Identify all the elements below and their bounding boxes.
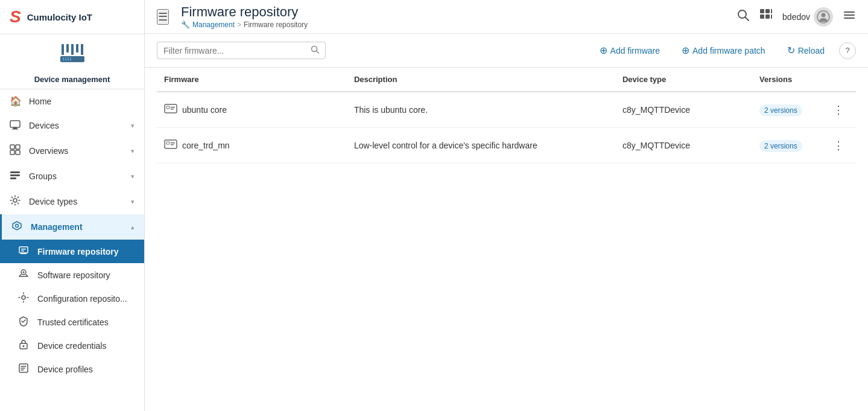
sidebar-item-label-firmware-repository: Firmware repository (37, 247, 119, 256)
svg-rect-37 (765, 14, 770, 19)
firmware-row-icon-0 (164, 102, 177, 118)
topbar-title-section: Firmware repository 🔧 Management > Firmw… (181, 4, 729, 28)
add-firmware-patch-button[interactable]: ⊕ Add firmware patch (674, 41, 773, 60)
sidebar-item-label-trusted-certificates: Trusted certificates (37, 317, 109, 327)
hamburger-button[interactable]: ☰ (157, 9, 169, 25)
add-firmware-patch-label: Add firmware patch (692, 46, 765, 56)
firmware-row-icon-1 (164, 138, 177, 154)
sidebar-item-configuration-repository[interactable]: Configuration reposito... (0, 287, 144, 310)
sidebar-item-groups[interactable]: Groups ▾ (0, 164, 144, 189)
sidebar-item-label-home: Home (29, 97, 135, 106)
help-button[interactable]: ? (839, 42, 856, 59)
search-icon[interactable] (737, 8, 750, 25)
topbar-actions: bdedov (737, 7, 856, 27)
add-firmware-label: Add firmware (610, 46, 660, 56)
svg-rect-10 (10, 121, 20, 127)
device-types-icon (10, 195, 23, 208)
svg-rect-23 (21, 249, 26, 250)
sidebar-item-devices[interactable]: Devices ▾ (0, 113, 144, 138)
firmware-name-1: core_trd_mn (182, 141, 230, 150)
svg-point-21 (16, 225, 19, 228)
avatar (814, 7, 833, 27)
svg-rect-36 (760, 14, 764, 19)
svg-rect-2 (71, 44, 74, 55)
svg-rect-25 (21, 253, 27, 254)
svg-rect-4 (81, 44, 83, 55)
svg-rect-9 (70, 57, 71, 61)
breadcrumb-icon: 🔧 (181, 21, 190, 29)
svg-rect-47 (171, 107, 175, 108)
add-firmware-button[interactable]: ⊕ Add firmware (592, 41, 667, 60)
reload-button[interactable]: ↻ Reload (780, 41, 832, 60)
sidebar-item-trusted-certificates[interactable]: Trusted certificates (0, 310, 144, 334)
firmware-table-wrap: Firmware Description Device type Version… (145, 68, 868, 164)
username-label: bdedov (782, 12, 810, 22)
sidebar-item-label-device-types: Device types (29, 197, 131, 206)
svg-rect-3 (76, 44, 78, 53)
menu-icon[interactable] (843, 8, 856, 25)
col-header-action (821, 68, 856, 92)
firmware-action-cell-0: ⋮ (821, 92, 856, 128)
sidebar-item-label-overviews: Overviews (29, 146, 131, 156)
main-content: ☰ Firmware repository 🔧 Management > Fir… (145, 0, 868, 411)
reload-icon: ↻ (787, 45, 795, 56)
add-firmware-icon: ⊕ (600, 45, 607, 56)
devices-chevron: ▾ (131, 122, 135, 130)
sidebar-item-software-repository[interactable]: Software repository (0, 263, 144, 287)
sidebar-item-device-types[interactable]: Device types ▾ (0, 189, 144, 214)
add-firmware-patch-icon: ⊕ (682, 45, 689, 56)
sidebar-item-label-management: Management (31, 222, 131, 232)
svg-rect-18 (10, 174, 20, 176)
apps-grid-icon[interactable] (759, 8, 773, 25)
sidebar-item-label-device-profiles: Device profiles (37, 365, 93, 374)
svg-rect-13 (10, 145, 14, 149)
svg-rect-41 (844, 11, 855, 13)
home-icon: 🏠 (10, 95, 23, 107)
table-body: ubuntu core This is ubuntu core. c8y_MQT… (157, 92, 856, 164)
svg-rect-42 (844, 14, 855, 16)
svg-rect-11 (13, 127, 17, 129)
sidebar-item-home[interactable]: 🏠 Home (0, 89, 144, 113)
table-header: Firmware Description Device type Version… (157, 68, 856, 92)
device-management-label: Device management (34, 75, 110, 84)
trusted-certificates-icon (18, 316, 31, 328)
brand-header: S Cumulocity IoT (0, 0, 144, 34)
breadcrumb: 🔧 Management > Firmware repository (181, 21, 729, 29)
sidebar-item-label-software-repository: Software repository (37, 270, 110, 280)
breadcrumb-separator: > (237, 21, 241, 29)
col-header-device-type: Device type (615, 68, 752, 92)
sidebar-item-device-credentials[interactable]: Device credentials (0, 334, 144, 357)
sidebar-item-label-device-credentials: Device credentials (37, 341, 106, 351)
firmware-desc-1: Low-level control for a device's specifi… (347, 128, 615, 164)
svg-rect-19 (10, 177, 16, 179)
sidebar-item-device-profiles[interactable]: Device profiles (0, 357, 144, 381)
breadcrumb-management[interactable]: Management (192, 21, 235, 29)
firmware-action-cell-1: ⋮ (821, 128, 856, 164)
device-types-chevron: ▾ (131, 198, 135, 206)
reload-label: Reload (798, 46, 825, 56)
svg-rect-1 (66, 44, 69, 53)
svg-rect-38 (771, 14, 772, 19)
svg-rect-17 (10, 171, 20, 173)
device-profiles-icon (18, 363, 31, 375)
svg-rect-24 (21, 250, 24, 252)
table-row: core_trd_mn Low-level control for a devi… (157, 128, 856, 164)
sidebar-item-management[interactable]: Management ▴ (0, 214, 144, 240)
svg-rect-48 (171, 109, 174, 110)
filter-input[interactable] (163, 46, 307, 56)
svg-rect-33 (760, 9, 764, 13)
svg-rect-16 (16, 150, 20, 155)
help-label: ? (845, 46, 849, 55)
firmware-versions-0: 2 versions (752, 92, 821, 128)
user-menu[interactable]: bdedov (782, 7, 833, 27)
firmware-table: Firmware Description Device type Version… (157, 68, 856, 164)
firmware-versions-1: 2 versions (752, 128, 821, 164)
sidebar-item-firmware-repository[interactable]: Firmware repository (0, 240, 144, 263)
sidebar-item-overviews[interactable]: Overviews ▾ (0, 138, 144, 164)
device-credentials-icon (18, 339, 31, 352)
versions-badge-1: 2 versions (759, 140, 802, 152)
row-menu-button-0[interactable]: ⋮ (828, 101, 849, 119)
firmware-devtype-0: c8y_MQTTDevice (615, 92, 752, 128)
svg-point-30 (23, 345, 25, 347)
row-menu-button-1[interactable]: ⋮ (828, 136, 849, 155)
